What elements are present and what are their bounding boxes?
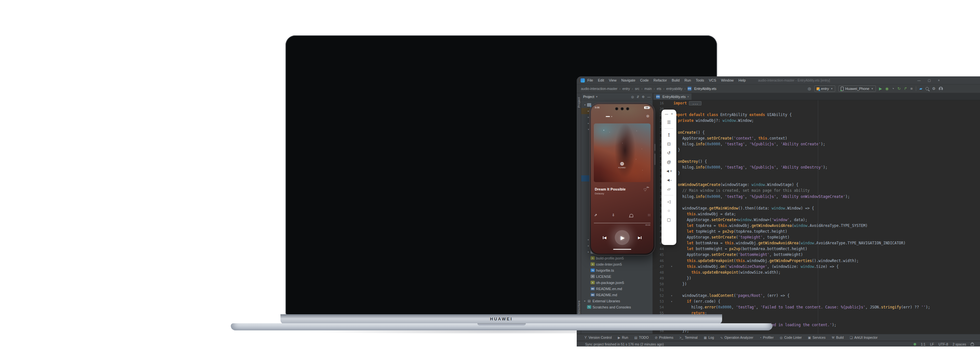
tool-window-todo[interactable]: ▤TODO xyxy=(635,336,649,339)
status-item-2-spaces[interactable]: 2 spaces xyxy=(953,342,966,346)
code-line-54[interactable]: 54 hilog.error(0x0000, 'testTag', 'Faile… xyxy=(653,304,980,310)
shake-icon[interactable]: ▱ xyxy=(667,184,671,193)
code-line-37[interactable]: 37▾ windowStage.getMainWindow().then((da… xyxy=(653,205,980,211)
locate-file-icon[interactable]: ◎ xyxy=(631,95,634,99)
code-line-20[interactable]: 20 xyxy=(653,106,980,112)
status-item-utf-8[interactable]: UTF-8 xyxy=(939,342,948,346)
fold-icon[interactable]: ▾ xyxy=(670,294,673,297)
tree-item-readme-md[interactable]: MDREADME.md xyxy=(581,292,652,298)
code-line-31[interactable]: 31 } xyxy=(653,170,980,176)
status-item-lf[interactable]: LF xyxy=(930,342,934,346)
tab-entryability[interactable]: ETS EntryAbility.ets × xyxy=(654,94,692,100)
tree-item-scratches-and-consoles[interactable]: ✎Scratches and Consoles xyxy=(581,304,652,310)
previous-track-button[interactable]: ◀ xyxy=(603,235,606,240)
code-line-28[interactable]: 28 xyxy=(653,153,980,159)
run-config-selector[interactable]: entry ▼ xyxy=(814,86,835,92)
run-button[interactable]: ▶ xyxy=(879,86,882,91)
line-number[interactable]: 45 xyxy=(653,253,665,256)
breadcrumb-item-audio-interaction-master[interactable]: audio-interaction-master xyxy=(581,87,617,91)
code-line-47[interactable]: 47▾ this.windowObj.on('windowSizeChange'… xyxy=(653,264,980,269)
menu-tools[interactable]: Tools xyxy=(696,78,704,82)
progress-bar[interactable] xyxy=(594,223,651,223)
code-line-51[interactable]: 51 xyxy=(653,287,980,293)
code-line-42[interactable]: 42 AppStorage.setOrCreate('topHeight', t… xyxy=(653,234,980,240)
menu-file[interactable]: File xyxy=(587,78,593,82)
line-number[interactable]: 54 xyxy=(653,305,665,309)
close-tab-icon[interactable]: × xyxy=(687,95,689,98)
code-line-22[interactable]: 22 private windowObj?: window.Window; xyxy=(653,118,980,124)
code-line-40[interactable]: 40 let topArea = this.windowObj.getWindo… xyxy=(653,223,980,229)
tree-item-external-libraries[interactable]: ▸▤External Libraries xyxy=(581,298,652,304)
restart-button[interactable]: ↻ xyxy=(897,86,901,91)
expand-collapse-icon[interactable]: ⇵ xyxy=(637,95,639,99)
code-line-53[interactable]: 53▾ if (err.code) { xyxy=(653,299,980,304)
code-line-52[interactable]: 52▾ windowStage.loadContent('pages/Root'… xyxy=(653,293,980,299)
home-icon[interactable]: ○ xyxy=(668,206,670,215)
menu-navigate[interactable]: Navigate xyxy=(621,78,635,82)
minimize-phone-window-icon[interactable]: — xyxy=(665,112,668,116)
tool-window-build[interactable]: ⚒Build xyxy=(832,336,844,339)
code-line-43[interactable]: 43 let bottomArea = this.windowObj.getWi… xyxy=(653,240,980,246)
more-options-icon[interactable]: ∷ xyxy=(648,213,650,217)
play-button[interactable]: ▶ xyxy=(615,230,630,245)
rotate-right-icon[interactable]: @ xyxy=(667,157,671,166)
attach-debugger-button[interactable]: ↱ xyxy=(904,86,907,91)
tree-item-hvigorfile-ts[interactable]: TShvigorfile.ts xyxy=(581,267,652,274)
chevron-collapsed-icon[interactable]: ▸ xyxy=(587,250,590,253)
volume-down-icon[interactable]: ◄- xyxy=(666,175,671,184)
code-line-24[interactable]: 24↥▾ onCreate() { xyxy=(653,129,980,135)
menu-code[interactable]: Code xyxy=(640,78,649,82)
menu-vcs[interactable]: VCS xyxy=(709,78,716,82)
profiler-button[interactable]: ◔ xyxy=(892,86,894,91)
code-line-26[interactable]: 26 hilog.info(0x0000, 'testTag', '%{publ… xyxy=(653,141,980,147)
code-line-25[interactable]: 25 AppStorage.setOrCreate('context', thi… xyxy=(653,135,980,141)
screen-cast-icon[interactable]: ◎ xyxy=(646,114,649,118)
menu-icon[interactable]: ☰ xyxy=(667,118,671,127)
breadcrumb-item-entryability[interactable]: entryability xyxy=(667,87,682,91)
breadcrumb-item-ets[interactable]: ets xyxy=(657,87,661,91)
code-line-29[interactable]: 29↥▾ onDestroy() { xyxy=(653,159,980,164)
back-icon[interactable]: ◁ xyxy=(667,197,671,206)
upload-icon[interactable]: ↥ xyxy=(667,130,671,139)
screenshot-crop-icon[interactable]: ⊡ xyxy=(667,139,671,148)
code-line-50[interactable]: 50 }) xyxy=(653,281,980,287)
tree-item-readme-en-md[interactable]: MDREADME.en.md xyxy=(581,286,652,292)
recents-icon[interactable]: ▢ xyxy=(667,215,671,224)
line-number[interactable]: 52 xyxy=(653,294,665,297)
sidebar-item-structure[interactable]: Structure xyxy=(577,301,581,314)
breadcrumb-item-main[interactable]: main xyxy=(644,87,652,91)
menu-run[interactable]: Run xyxy=(684,78,691,82)
code-line-16[interactable]: 16import ... xyxy=(653,100,980,106)
tree-item-build-profile-json5[interactable]: 5build-profile.json5 xyxy=(581,255,652,261)
code-line-48[interactable]: 48 this.updateBreakpoint(windowSize.widt… xyxy=(653,269,980,275)
drag-handle[interactable] xyxy=(606,116,612,117)
minimize-window-icon[interactable]: — xyxy=(918,79,921,82)
tool-window-arkui-inspector[interactable]: ❏ArkUI Inspector xyxy=(850,336,878,339)
panel-settings-gear-icon[interactable]: ⚙ xyxy=(642,95,645,99)
tree-item-license[interactable]: ≡LICENSE xyxy=(581,274,652,280)
line-number[interactable]: 46 xyxy=(653,259,665,263)
tool-window-version-control[interactable]: ϒVersion Control xyxy=(584,336,612,339)
target-icon[interactable]: ◎ xyxy=(808,86,811,91)
maximize-window-icon[interactable]: ▢ xyxy=(928,79,931,82)
tree-item-code-linter-json5[interactable]: 5code-linter.json5 xyxy=(581,261,652,267)
line-number[interactable]: 47 xyxy=(653,265,665,269)
close-window-icon[interactable]: × xyxy=(938,79,940,82)
breadcrumb-item-entryability-ets[interactable]: EntryAbility.ets xyxy=(694,87,717,91)
account-avatar[interactable] xyxy=(939,87,943,91)
code-line-32[interactable]: 32 xyxy=(653,176,980,182)
code-line-41[interactable]: 41 let topHeight = px2vp(topArea.topRect… xyxy=(653,229,980,234)
line-number[interactable]: 48 xyxy=(653,270,665,274)
code-editor[interactable]: 16import ... 2021▾export default class E… xyxy=(653,100,980,334)
code-line-44[interactable]: 44 let bottomHeight = px2vp(bottomArea.b… xyxy=(653,246,980,252)
tool-window-terminal[interactable]: >_Terminal xyxy=(679,336,698,339)
hide-panel-icon[interactable]: — xyxy=(648,95,651,99)
menu-build[interactable]: Build xyxy=(672,78,679,82)
stop-button[interactable]: ■ xyxy=(910,86,913,91)
search-icon[interactable] xyxy=(926,87,929,90)
line-number[interactable]: 50 xyxy=(653,282,665,286)
line-number[interactable]: 53 xyxy=(653,299,665,303)
menu-window[interactable]: Window xyxy=(721,78,734,82)
device-selector[interactable]: Huawei_Phone ▼ xyxy=(838,86,876,92)
tool-window-run[interactable]: ▶Run xyxy=(618,336,628,339)
